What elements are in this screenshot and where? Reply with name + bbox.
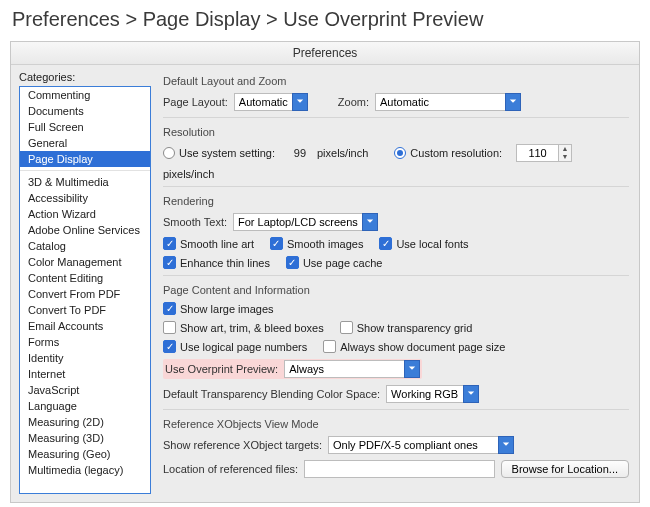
sidebar-item-language[interactable]: Language xyxy=(20,398,150,414)
checkbox-show-bleed-boxes[interactable]: Show art, trim, & bleed boxes xyxy=(163,321,324,334)
checkbox-smooth-images[interactable]: Smooth images xyxy=(270,237,363,250)
checkbox-show-doc-page-size[interactable]: Always show document page size xyxy=(323,340,505,353)
sidebar-item-internet[interactable]: Internet xyxy=(20,366,150,382)
sidebar-item-accessibility[interactable]: Accessibility xyxy=(20,190,150,206)
checkbox-smooth-line-art[interactable]: Smooth line art xyxy=(163,237,254,250)
xobject-targets-select[interactable]: Only PDF/X-5 compliant ones xyxy=(328,436,514,454)
sidebar-item-javascript[interactable]: JavaScript xyxy=(20,382,150,398)
section-layout-title: Default Layout and Zoom xyxy=(163,75,629,87)
categories-label: Categories: xyxy=(19,71,151,83)
blending-space-label: Default Transparency Blending Color Spac… xyxy=(163,388,380,400)
section-xobjects-title: Reference XObjects View Mode xyxy=(163,418,629,430)
referenced-files-label: Location of referenced files: xyxy=(163,463,298,475)
referenced-files-input[interactable] xyxy=(304,460,494,478)
checkbox-use-page-cache[interactable]: Use page cache xyxy=(286,256,383,269)
caret-up-icon[interactable]: ▲ xyxy=(559,145,571,153)
sidebar-item-identity[interactable]: Identity xyxy=(20,350,150,366)
page-layout-select[interactable]: Automatic xyxy=(234,93,308,111)
sidebar-item-page-display[interactable]: Page Display xyxy=(20,151,150,167)
chevron-down-icon xyxy=(404,360,420,378)
section-rendering-title: Rendering xyxy=(163,195,629,207)
smooth-text-select[interactable]: For Laptop/LCD screens xyxy=(233,213,378,231)
sidebar-item-action-wizard[interactable]: Action Wizard xyxy=(20,206,150,222)
sidebar-item-content-editing[interactable]: Content Editing xyxy=(20,270,150,286)
system-resolution-value: 99 xyxy=(289,147,311,159)
main-panel: Default Layout and Zoom Page Layout: Aut… xyxy=(159,65,639,502)
pixels-inch-label: pixels/inch xyxy=(317,147,368,159)
chevron-down-icon xyxy=(505,93,521,111)
smooth-text-label: Smooth Text: xyxy=(163,216,227,228)
sidebar-item-catalog[interactable]: Catalog xyxy=(20,238,150,254)
checkbox-show-large-images[interactable]: Show large images xyxy=(163,302,274,315)
sidebar-item-documents[interactable]: Documents xyxy=(20,103,150,119)
checkbox-use-local-fonts[interactable]: Use local fonts xyxy=(379,237,468,250)
preferences-window: Preferences Categories: CommentingDocume… xyxy=(10,41,640,503)
sidebar-item-adobe-online-services[interactable]: Adobe Online Services xyxy=(20,222,150,238)
caret-down-icon[interactable]: ▼ xyxy=(559,153,571,161)
sidebar-item-measuring-3d-[interactable]: Measuring (3D) xyxy=(20,430,150,446)
zoom-label: Zoom: xyxy=(338,96,369,108)
page-layout-label: Page Layout: xyxy=(163,96,228,108)
sidebar-item-commenting[interactable]: Commenting xyxy=(20,87,150,103)
chevron-down-icon xyxy=(362,213,378,231)
sidebar-item-forms[interactable]: Forms xyxy=(20,334,150,350)
sidebar-item-convert-from-pdf[interactable]: Convert From PDF xyxy=(20,286,150,302)
sidebar-item-multimedia-legacy-[interactable]: Multimedia (legacy) xyxy=(20,462,150,478)
sidebar-item-general[interactable]: General xyxy=(20,135,150,151)
radio-custom-resolution[interactable]: Custom resolution: xyxy=(394,147,502,159)
sidebar-item-measuring-geo-[interactable]: Measuring (Geo) xyxy=(20,446,150,462)
xobject-targets-label: Show reference XObject targets: xyxy=(163,439,322,451)
categories-list[interactable]: CommentingDocumentsFull ScreenGeneralPag… xyxy=(19,86,151,494)
sidebar-item-3d-multimedia[interactable]: 3D & Multimedia xyxy=(20,174,150,190)
overprint-preview-row: Use Overprint Preview: Always xyxy=(163,359,422,379)
sidebar-item-convert-to-pdf[interactable]: Convert To PDF xyxy=(20,302,150,318)
sidebar-item-measuring-2d-[interactable]: Measuring (2D) xyxy=(20,414,150,430)
checkbox-show-transparency-grid[interactable]: Show transparency grid xyxy=(340,321,473,334)
browse-location-button[interactable]: Browse for Location... xyxy=(501,460,629,478)
checkbox-enhance-thin-lines[interactable]: Enhance thin lines xyxy=(163,256,270,269)
window-title: Preferences xyxy=(11,42,639,65)
custom-resolution-stepper[interactable]: ▲▼ xyxy=(516,144,572,162)
sidebar: Categories: CommentingDocumentsFull Scre… xyxy=(11,65,159,502)
checkbox-logical-page-numbers[interactable]: Use logical page numbers xyxy=(163,340,307,353)
chevron-down-icon xyxy=(292,93,308,111)
sidebar-item-email-accounts[interactable]: Email Accounts xyxy=(20,318,150,334)
blending-space-select[interactable]: Working RGB xyxy=(386,385,479,403)
overprint-preview-select[interactable]: Always xyxy=(284,360,420,378)
chevron-down-icon xyxy=(498,436,514,454)
section-resolution-title: Resolution xyxy=(163,126,629,138)
sidebar-item-full-screen[interactable]: Full Screen xyxy=(20,119,150,135)
section-page-content-title: Page Content and Information xyxy=(163,284,629,296)
breadcrumb: Preferences > Page Display > Use Overpri… xyxy=(0,0,650,41)
radio-system-setting[interactable]: Use system setting: xyxy=(163,147,275,159)
sidebar-item-color-management[interactable]: Color Management xyxy=(20,254,150,270)
overprint-preview-label: Use Overprint Preview: xyxy=(165,363,278,375)
chevron-down-icon xyxy=(463,385,479,403)
zoom-select[interactable]: Automatic xyxy=(375,93,521,111)
pixels-inch-label: pixels/inch xyxy=(163,168,214,180)
